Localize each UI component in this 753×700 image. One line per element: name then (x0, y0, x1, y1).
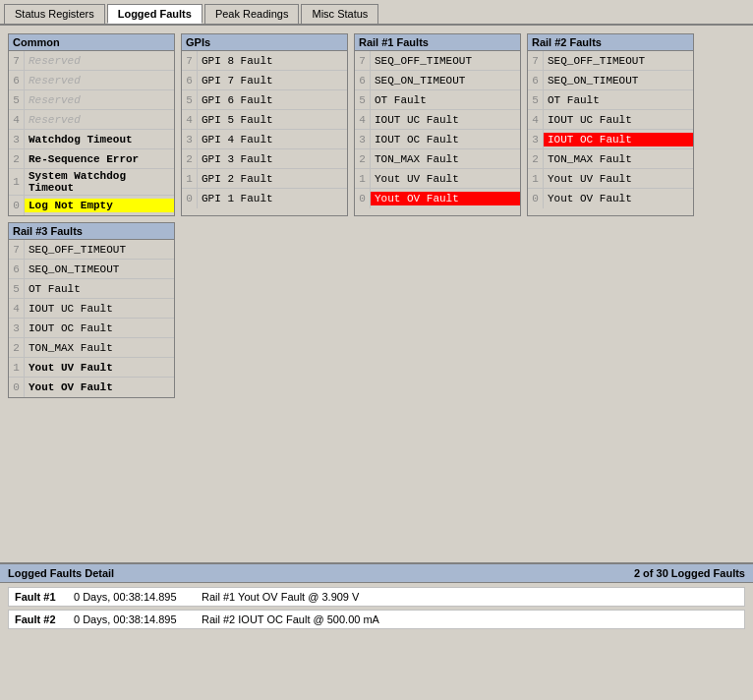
panel-3: Rail #2 Faults7SEQ_OFF_TIMEOUT6SEQ_ON_TI… (527, 33, 694, 216)
panel-bottom-0-row-1: 6SEQ_ON_TIMEOUT (9, 260, 174, 279)
panel-bottom-0-row-4-label: IOUT OC Fault (25, 321, 174, 335)
detail-row-0-timestamp: 0 Days, 00:38:14.895 (74, 591, 202, 603)
panel-0-row-5-label: Re-Sequence Error (25, 152, 174, 166)
panel-3-row-7-num: 0 (528, 189, 544, 208)
panel-bottom-0-row-3: 4IOUT UC Fault (9, 299, 174, 319)
panel-bottom-0-row-2-num: 5 (9, 279, 25, 298)
tab-misc-status[interactable]: Misc Status (301, 4, 378, 24)
panel-3-row-5: 2TON_MAX Fault (528, 149, 693, 169)
panel-bottom-0-row-0-label: SEQ_OFF_TIMEOUT (25, 243, 174, 257)
panel-bottom-0-row-5: 2TON_MAX Fault (9, 338, 174, 358)
panel-bottom-0-row-6-num: 1 (9, 358, 25, 377)
panel-0-row-7-num: 0 (9, 196, 25, 215)
panel-1-row-6: 1GPI 2 Fault (182, 169, 347, 189)
detail-row-0-id: Fault #1 (15, 591, 74, 603)
panel-0-row-3: 4Reserved (9, 110, 174, 130)
detail-header: Logged Faults Detail 2 of 30 Logged Faul… (0, 564, 753, 583)
panel-1-row-6-num: 1 (182, 169, 198, 188)
panel-0: Common7Reserved6Reserved5Reserved4Reserv… (8, 33, 175, 216)
panel-1-row-5-num: 2 (182, 149, 198, 168)
panel-2: Rail #1 Faults7SEQ_OFF_TIMEOUT6SEQ_ON_TI… (354, 33, 521, 216)
panel-1-row-0: 7GPI 8 Fault (182, 51, 347, 71)
panel-3-row-0: 7SEQ_OFF_TIMEOUT (528, 51, 693, 71)
panel-0-row-0-num: 7 (9, 51, 25, 70)
detail-rows: Fault #10 Days, 00:38:14.895Rail #1 Yout… (0, 583, 753, 636)
panel-3-row-0-num: 7 (528, 51, 544, 70)
panel-1-row-7-label: GPI 1 Fault (198, 192, 347, 205)
panel-3-row-2: 5OT Fault (528, 90, 693, 110)
panel-2-row-4-label: IOUT OC Fault (371, 133, 520, 146)
panel-bottom-0-row-1-num: 6 (9, 260, 25, 278)
panel-2-row-1: 6SEQ_ON_TIMEOUT (355, 71, 520, 90)
detail-row-0-description: Rail #1 Yout OV Fault @ 3.909 V (202, 591, 738, 603)
panel-bottom-0-row-2-label: OT Fault (25, 282, 174, 296)
panel-3-title: Rail #2 Faults (528, 34, 693, 51)
panel-2-row-3: 4IOUT UC Fault (355, 110, 520, 130)
panel-2-row-0: 7SEQ_OFF_TIMEOUT (355, 51, 520, 71)
panel-1-row-2-label: GPI 6 Fault (198, 93, 347, 107)
panel-3-row-3-num: 4 (528, 110, 544, 129)
panel-2-title: Rail #1 Faults (355, 34, 520, 51)
panel-2-row-7: 0Yout OV Fault (355, 189, 520, 208)
panel-1-row-2: 5GPI 6 Fault (182, 90, 347, 110)
panel-1-row-4-num: 3 (182, 130, 198, 148)
panel-2-row-6-label: Yout UV Fault (371, 172, 520, 186)
tab-status-registers[interactable]: Status Registers (4, 4, 105, 24)
panel-1-row-4-label: GPI 4 Fault (198, 133, 347, 146)
panel-3-row-6-label: Yout UV Fault (544, 172, 693, 186)
panel-1-row-3: 4GPI 5 Fault (182, 110, 347, 130)
panel-2-row-0-label: SEQ_OFF_TIMEOUT (371, 54, 520, 68)
panel-2-row-4-num: 3 (355, 130, 371, 148)
panel-2-row-3-num: 4 (355, 110, 371, 129)
panels-grid-bottom: Rail #3 Faults7SEQ_OFF_TIMEOUT6SEQ_ON_TI… (8, 222, 745, 398)
panel-0-row-0-label: Reserved (25, 54, 174, 68)
tab-bar: Status Registers Logged Faults Peak Read… (0, 0, 753, 26)
panel-2-row-3-label: IOUT UC Fault (371, 113, 520, 127)
panel-3-row-2-label: OT Fault (544, 93, 693, 107)
panel-0-row-0: 7Reserved (9, 51, 174, 71)
panel-1-row-0-num: 7 (182, 51, 198, 70)
panel-bottom-0-row-7-label: Yout OV Fault (25, 380, 174, 394)
panel-bottom-0-row-5-label: TON_MAX Fault (25, 341, 174, 355)
panel-3-row-6: 1Yout UV Fault (528, 169, 693, 189)
panel-0-row-3-num: 4 (9, 110, 25, 129)
panel-2-row-2: 5OT Fault (355, 90, 520, 110)
panel-1-row-3-num: 4 (182, 110, 198, 129)
panel-0-row-4-num: 3 (9, 130, 25, 148)
panel-0-row-1-label: Reserved (25, 74, 174, 88)
tab-logged-faults[interactable]: Logged Faults (107, 4, 203, 24)
panel-3-row-6-num: 1 (528, 169, 544, 188)
panel-1-row-0-label: GPI 8 Fault (198, 54, 347, 68)
tab-peak-readings[interactable]: Peak Readings (204, 4, 300, 24)
panel-0-row-4-label: Watchdog Timeout (25, 133, 174, 146)
panel-3-row-1-label: SEQ_ON_TIMEOUT (544, 74, 693, 88)
detail-header-right: 2 of 30 Logged Faults (634, 567, 745, 579)
panel-3-row-2-num: 5 (528, 90, 544, 109)
panel-bottom-0-row-3-num: 4 (9, 299, 25, 318)
panel-3-row-0-label: SEQ_OFF_TIMEOUT (544, 54, 693, 68)
detail-row-1: Fault #20 Days, 00:38:14.895Rail #2 IOUT… (8, 610, 745, 629)
panel-3-row-4-label: IOUT OC Fault (544, 133, 693, 146)
panel-2-row-0-num: 7 (355, 51, 371, 70)
panel-3-row-4: 3IOUT OC Fault (528, 130, 693, 149)
panel-2-row-6: 1Yout UV Fault (355, 169, 520, 189)
panel-0-row-1: 6Reserved (9, 71, 174, 90)
panel-3-row-1-num: 6 (528, 71, 544, 89)
panel-bottom-0-row-4: 3IOUT OC Fault (9, 319, 174, 338)
panel-0-row-6: 1System Watchdog Timeout (9, 169, 174, 196)
panel-1-row-1-num: 6 (182, 71, 198, 89)
panel-bottom-0-row-0: 7SEQ_OFF_TIMEOUT (9, 240, 174, 260)
panel-bottom-0-row-3-label: IOUT UC Fault (25, 302, 174, 316)
panel-2-row-5-num: 2 (355, 149, 371, 168)
panel-1-row-2-num: 5 (182, 90, 198, 109)
panel-bottom-0: Rail #3 Faults7SEQ_OFF_TIMEOUT6SEQ_ON_TI… (8, 222, 175, 398)
panel-3-row-3-label: IOUT UC Fault (544, 113, 693, 127)
panel-2-row-5: 2TON_MAX Fault (355, 149, 520, 169)
panel-2-row-5-label: TON_MAX Fault (371, 152, 520, 166)
panel-0-row-2-num: 5 (9, 90, 25, 109)
panel-bottom-0-row-5-num: 2 (9, 338, 25, 357)
panel-1-row-7: 0GPI 1 Fault (182, 189, 347, 208)
panel-2-row-7-label: Yout OV Fault (371, 192, 520, 205)
panel-3-row-5-num: 2 (528, 149, 544, 168)
panel-0-row-2-label: Reserved (25, 93, 174, 107)
